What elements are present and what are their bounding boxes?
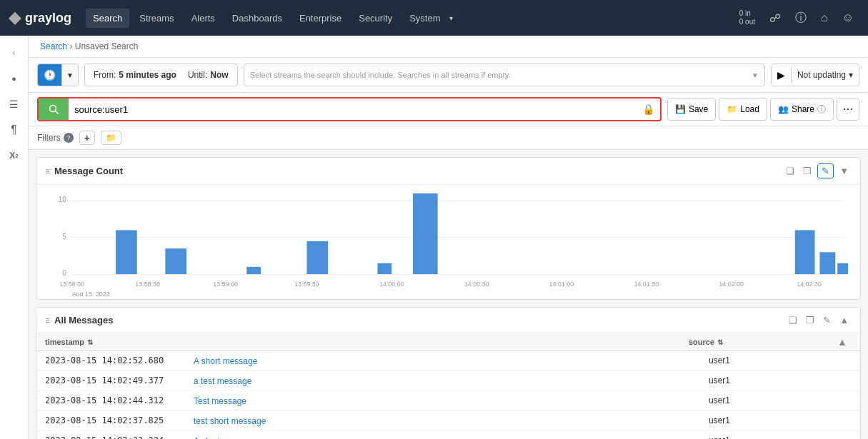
nav-system[interactable]: System [402, 9, 447, 28]
messages-table-header: timestamp ⇅ source ⇅ ▲ [36, 333, 860, 351]
refresh-btn[interactable]: ▶ Not updating ▾ [771, 64, 859, 86]
fullscreen-icon[interactable]: ❐ [800, 164, 814, 178]
msg-source-2: user1 [709, 395, 852, 405]
user-btn[interactable]: ☺ [837, 9, 859, 27]
more-btn[interactable]: ⋯ [837, 98, 859, 121]
msg-link-2[interactable]: Test message [194, 396, 246, 406]
msg-link-0[interactable]: A short message [194, 356, 257, 366]
timestamp-sort-icon: ⇅ [87, 338, 93, 346]
msg-content-3: test short message [194, 415, 703, 426]
msg-timestamp-0: 2023-08-15 14:02:52.680 [45, 355, 188, 365]
from-value: 5 minutes ago [119, 70, 176, 80]
time-range-display: From: 5 minutes ago Until: Now [84, 64, 238, 86]
filters-label: Filters ? [37, 133, 74, 143]
msg-content-4: A short message [194, 435, 703, 439]
msg-link-3[interactable]: test short message [194, 416, 266, 426]
filters-folder-btn[interactable]: 📁 [101, 131, 121, 145]
from-label: From: [94, 70, 116, 80]
refresh-label[interactable]: Not updating ▾ [791, 67, 859, 83]
stream-placeholder: Select streams the search should include… [250, 71, 511, 79]
nav-security[interactable]: Security [351, 9, 399, 28]
stream-selector[interactable]: Select streams the search should include… [244, 64, 765, 86]
col-actions-header: ▲ [837, 336, 852, 348]
nav-dashboards[interactable]: Dashboards [225, 9, 289, 28]
messages-expand-icon[interactable]: ❏ [786, 313, 800, 327]
svg-text:14:01:30: 14:01:30 [634, 280, 659, 287]
sidebar-item-2[interactable]: ☰ [3, 93, 26, 116]
save-icon: 💾 [675, 104, 686, 114]
brand-logo: ◆ graylog [9, 9, 71, 27]
messages-edit-btn[interactable]: ✎ [820, 313, 834, 327]
home-btn[interactable]: ⌂ [815, 9, 834, 27]
msg-timestamp-2: 2023-08-15 14:02:44.312 [45, 395, 188, 405]
collapse-rows-icon[interactable]: ▲ [837, 336, 847, 348]
messages-collapse-btn[interactable]: ▲ [837, 313, 852, 327]
expand-icon[interactable]: ❏ [783, 164, 797, 178]
search-mode-btn[interactable]: 🔒 [637, 99, 660, 120]
msg-source-4: user1 [709, 435, 852, 439]
bar-7 [819, 252, 835, 274]
all-messages-title: All Messages [54, 315, 782, 326]
share-help: ⓘ [817, 104, 826, 116]
share-btn[interactable]: 👥 Share ⓘ [770, 98, 834, 121]
messages-fullscreen-icon[interactable]: ❐ [803, 313, 817, 327]
msg-content-1: a test message [194, 375, 703, 386]
col-timestamp[interactable]: timestamp ⇅ [45, 338, 188, 346]
edit-widget-btn[interactable]: ✎ [817, 163, 834, 178]
messages-panel-actions: ❏ ❐ ✎ ▲ [786, 313, 852, 327]
time-dropdown-arrow[interactable]: ▼ [61, 64, 78, 86]
table-row: 2023-08-15 14:02:49.377 a test message u… [36, 371, 860, 391]
svg-text:14:01:00: 14:01:00 [549, 280, 574, 287]
collapse-btn[interactable]: ▼ [837, 164, 852, 178]
search-actions: 💾 Save 📁 Load 👥 Share ⓘ ⋯ [667, 98, 859, 121]
source-sort-icon: ⇅ [717, 338, 723, 346]
bar-3 [306, 241, 328, 274]
sidebar-item-3[interactable]: ¶ [3, 118, 26, 141]
msg-link-1[interactable]: a test message [194, 376, 251, 386]
sidebar-item-1[interactable]: ● [3, 67, 26, 90]
search-input[interactable] [69, 99, 637, 120]
message-count-header: ≡ Message Count ❏ ❐ ✎ ▼ [36, 158, 860, 185]
time-range-btn[interactable]: 🕐 ▼ [37, 64, 79, 86]
bar-8 [837, 263, 848, 274]
filters-row: Filters ? + 📁 [29, 126, 868, 150]
msg-source-1: user1 [709, 375, 852, 385]
col-source[interactable]: source ⇅ [689, 338, 832, 346]
help-btn[interactable]: ⓘ [789, 8, 812, 29]
svg-text:14:00:00: 14:00:00 [379, 280, 404, 287]
msg-timestamp-4: 2023-08-15 14:02:33.234 [45, 435, 188, 439]
nav-enterprise[interactable]: Enterprise [292, 9, 349, 28]
panel-drag-handle[interactable]: ≡ [45, 166, 50, 176]
nav-streams[interactable]: Streams [132, 9, 181, 28]
search-submit-btn[interactable] [39, 99, 69, 120]
svg-text:13:58:00: 13:58:00 [59, 280, 84, 287]
msg-link-4[interactable]: A short message [194, 436, 257, 439]
sidebar-toggle[interactable]: ‹ [3, 41, 26, 64]
system-dropdown-arrow: ▾ [449, 14, 453, 22]
load-btn[interactable]: 📁 Load [719, 98, 767, 121]
table-row: 2023-08-15 14:02:52.680 A short message … [36, 351, 860, 371]
filters-help-icon[interactable]: ? [64, 133, 74, 143]
breadcrumb-parent[interactable]: Search [40, 41, 67, 51]
breadcrumb-current: Unsaved Search [75, 41, 139, 51]
nav-system-wrapper: System ▾ [402, 9, 452, 28]
save-btn[interactable]: 💾 Save [667, 98, 716, 121]
search-toolbar: 🕐 ▼ From: 5 minutes ago Until: Now Selec… [29, 58, 868, 93]
clock-icon[interactable]: 🕐 [38, 64, 61, 86]
sidebar-item-4[interactable]: X2 [3, 144, 26, 167]
svg-text:14:02:00: 14:02:00 [719, 280, 744, 287]
bar-4 [377, 263, 391, 274]
bar-5 [413, 193, 438, 274]
nav-alerts[interactable]: Alerts [184, 9, 222, 28]
load-icon: 📁 [727, 104, 737, 114]
table-row: 2023-08-15 14:02:37.825 test short messa… [36, 411, 860, 431]
svg-text:Aug 15, 2023: Aug 15, 2023 [72, 291, 110, 296]
notification-btn[interactable]: ☍ [764, 9, 787, 28]
msg-source-3: user1 [709, 415, 852, 425]
filters-add-btn[interactable]: + [79, 131, 95, 145]
messages-drag-handle[interactable]: ≡ [45, 316, 50, 326]
breadcrumb: Search › Unsaved Search [29, 36, 868, 58]
nav-search[interactable]: Search [86, 9, 129, 28]
play-icon[interactable]: ▶ [772, 64, 791, 86]
svg-text:5: 5 [62, 233, 66, 241]
